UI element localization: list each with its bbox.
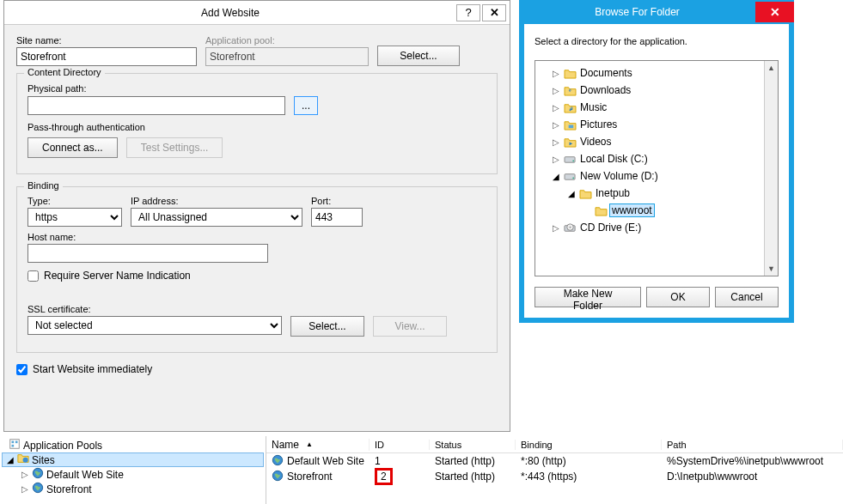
ip-select[interactable]: All Unassigned xyxy=(131,208,302,227)
svg-rect-11 xyxy=(12,445,15,447)
drive-icon xyxy=(563,152,577,166)
collapse-icon[interactable]: ◢ xyxy=(566,189,577,198)
port-input[interactable] xyxy=(311,208,363,227)
sites-list: Name▲ ID Status Binding Path Default Web… xyxy=(266,436,843,504)
bottom-panel: Application Pools ◢ Sites ▷ Default Web … xyxy=(0,436,843,504)
expand-icon[interactable]: ▷ xyxy=(21,470,29,479)
folder-icon xyxy=(594,203,608,217)
list-header[interactable]: Name▲ ID Status Binding Path xyxy=(266,436,843,453)
sort-asc-icon: ▲ xyxy=(306,440,313,448)
app-pool-input xyxy=(205,47,369,66)
expand-icon[interactable]: ▷ xyxy=(551,120,561,130)
collapse-icon[interactable]: ◢ xyxy=(551,172,561,181)
nav-storefront[interactable]: ▷ Storefront xyxy=(2,482,264,496)
header-id[interactable]: ID xyxy=(370,440,430,450)
host-name-input[interactable] xyxy=(27,244,268,263)
folder-icon xyxy=(563,83,577,97)
folder-icon xyxy=(563,100,577,114)
tree-item-inetpub[interactable]: ◢ Inetpub xyxy=(535,185,764,202)
tree-item-pictures[interactable]: ▷ Pictures xyxy=(535,116,764,133)
make-new-folder-button[interactable]: Make New Folder xyxy=(535,287,641,307)
binding-legend: Binding xyxy=(24,180,63,191)
scroll-down-icon[interactable]: ▼ xyxy=(765,262,778,276)
svg-rect-0 xyxy=(568,124,573,128)
type-label: Type: xyxy=(27,196,122,206)
header-path[interactable]: Path xyxy=(662,440,843,450)
browse-folder-dialog: Browse For Folder ✕ Select a directory f… xyxy=(519,0,794,323)
svg-point-4 xyxy=(572,177,574,179)
tree-item-cd-drive[interactable]: ▷ CD Drive (E:) xyxy=(535,219,764,236)
browse-close-button[interactable]: ✕ xyxy=(755,2,794,22)
sites-icon xyxy=(17,452,29,467)
header-status[interactable]: Status xyxy=(430,440,516,450)
svg-rect-10 xyxy=(15,441,18,444)
globe-icon xyxy=(32,467,44,482)
expand-icon[interactable]: ▷ xyxy=(551,137,561,147)
tree-item-downloads[interactable]: ▷ Downloads xyxy=(535,82,764,99)
ip-label: IP address: xyxy=(131,196,302,206)
expand-icon[interactable]: ▷ xyxy=(21,484,29,494)
start-immediately-label: Start Website immediately xyxy=(33,363,152,375)
expand-icon[interactable]: ▷ xyxy=(551,86,561,95)
physical-path-label: Physical path: xyxy=(27,83,86,94)
expand-icon[interactable]: ▷ xyxy=(551,103,561,112)
ssl-cert-label: SSL certificate: xyxy=(27,304,486,314)
folder-tree[interactable]: ▷ Documents ▷ Downloads ▷ Music ▷ xyxy=(535,61,764,276)
connections-tree[interactable]: Application Pools ◢ Sites ▷ Default Web … xyxy=(0,436,266,504)
content-directory-group: Content Directory Physical path: ... Pas… xyxy=(16,73,498,174)
host-name-label: Host name: xyxy=(27,232,486,242)
tree-item-wwwroot[interactable]: wwwroot xyxy=(535,202,764,219)
header-name[interactable]: Name▲ xyxy=(266,439,370,451)
scroll-up-icon[interactable]: ▲ xyxy=(765,61,778,75)
app-pool-label: Application pool: xyxy=(205,35,369,46)
folder-tree-container: ▷ Documents ▷ Downloads ▷ Music ▷ xyxy=(535,60,779,276)
ssl-view-button: View... xyxy=(373,316,447,337)
svg-rect-8 xyxy=(10,440,20,449)
folder-icon xyxy=(563,135,577,149)
type-select[interactable]: https xyxy=(27,208,122,227)
sni-checkbox[interactable] xyxy=(27,270,39,282)
add-website-dialog: Add Website ? ✕ Site name: Application p… xyxy=(3,0,510,432)
nav-sites[interactable]: ◢ Sites xyxy=(2,452,264,467)
list-row[interactable]: Default Web Site 1 Started (http) *:80 (… xyxy=(266,453,843,469)
ssl-select-button[interactable]: Select... xyxy=(290,316,364,337)
nav-app-pools[interactable]: Application Pools xyxy=(2,438,264,452)
start-immediately-checkbox[interactable] xyxy=(16,364,27,375)
browse-title: Browse For Folder xyxy=(519,6,755,18)
tree-item-local-disk[interactable]: ▷ Local Disk (C:) xyxy=(535,150,764,167)
help-button[interactable]: ? xyxy=(456,4,480,21)
nav-default-web-site[interactable]: ▷ Default Web Site xyxy=(2,467,264,482)
header-binding[interactable]: Binding xyxy=(516,440,662,450)
site-name-input[interactable] xyxy=(16,47,197,66)
site-name-label: Site name: xyxy=(16,35,197,46)
close-button[interactable]: ✕ xyxy=(482,4,506,21)
app-pools-icon xyxy=(9,438,21,452)
folder-icon xyxy=(563,118,577,131)
physical-path-input[interactable] xyxy=(27,96,285,115)
ok-button[interactable]: OK xyxy=(646,287,710,307)
browse-titlebar: Browse For Folder ✕ xyxy=(519,0,794,24)
dialog-titlebar: Add Website ? ✕ xyxy=(4,1,510,25)
tree-item-documents[interactable]: ▷ Documents xyxy=(535,64,764,82)
expand-icon[interactable]: ▷ xyxy=(551,223,561,233)
content-directory-legend: Content Directory xyxy=(24,67,105,77)
collapse-icon[interactable]: ◢ xyxy=(6,455,15,465)
ssl-cert-select[interactable]: Not selected xyxy=(27,316,282,335)
folder-icon xyxy=(578,186,592,200)
browse-path-button[interactable]: ... xyxy=(294,96,318,115)
tree-item-videos[interactable]: ▷ Videos xyxy=(535,133,764,150)
tree-scrollbar[interactable]: ▲ ▼ xyxy=(764,61,778,276)
test-settings-button: Test Settings... xyxy=(126,137,223,158)
app-pool-select-button[interactable]: Select... xyxy=(377,46,460,66)
cancel-button[interactable]: Cancel xyxy=(715,287,779,307)
expand-icon[interactable]: ▷ xyxy=(551,69,561,78)
connect-as-button[interactable]: Connect as... xyxy=(27,137,118,158)
list-row[interactable]: Storefront 2 Started (http) *:443 (https… xyxy=(266,469,843,484)
drive-icon xyxy=(563,169,577,183)
binding-group: Binding Type: https IP address: All Unas… xyxy=(16,186,498,353)
expand-icon[interactable]: ▷ xyxy=(551,155,561,164)
tree-item-music[interactable]: ▷ Music xyxy=(535,99,764,116)
highlighted-id: 2 xyxy=(375,468,393,485)
browse-instruction: Select a directory for the application. xyxy=(535,36,779,46)
tree-item-new-volume[interactable]: ◢ New Volume (D:) xyxy=(535,167,764,185)
